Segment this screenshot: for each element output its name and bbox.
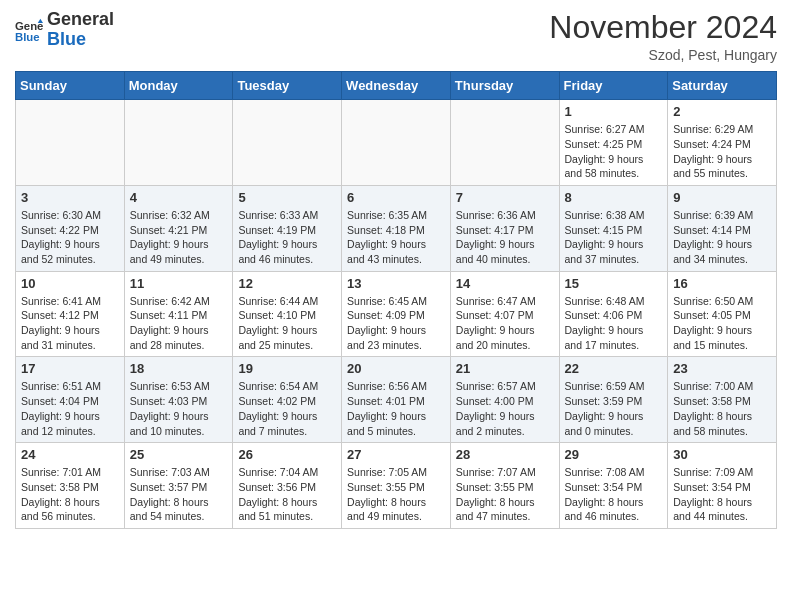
day-info: Sunrise: 6:51 AM Sunset: 4:04 PM Dayligh… (21, 379, 119, 438)
day-info: Sunrise: 6:42 AM Sunset: 4:11 PM Dayligh… (130, 294, 228, 353)
day-number: 2 (673, 104, 771, 119)
day-info: Sunrise: 6:53 AM Sunset: 4:03 PM Dayligh… (130, 379, 228, 438)
day-number: 8 (565, 190, 663, 205)
calendar-cell: 13Sunrise: 6:45 AM Sunset: 4:09 PM Dayli… (342, 271, 451, 357)
day-number: 29 (565, 447, 663, 462)
calendar-cell: 22Sunrise: 6:59 AM Sunset: 3:59 PM Dayli… (559, 357, 668, 443)
calendar-cell: 8Sunrise: 6:38 AM Sunset: 4:15 PM Daylig… (559, 185, 668, 271)
day-info: Sunrise: 6:44 AM Sunset: 4:10 PM Dayligh… (238, 294, 336, 353)
day-info: Sunrise: 6:39 AM Sunset: 4:14 PM Dayligh… (673, 208, 771, 267)
day-info: Sunrise: 6:54 AM Sunset: 4:02 PM Dayligh… (238, 379, 336, 438)
day-number: 28 (456, 447, 554, 462)
calendar-cell: 9Sunrise: 6:39 AM Sunset: 4:14 PM Daylig… (668, 185, 777, 271)
day-number: 7 (456, 190, 554, 205)
logo-text: General Blue (47, 10, 114, 50)
calendar-week: 17Sunrise: 6:51 AM Sunset: 4:04 PM Dayli… (16, 357, 777, 443)
day-info: Sunrise: 6:57 AM Sunset: 4:00 PM Dayligh… (456, 379, 554, 438)
calendar-cell: 29Sunrise: 7:08 AM Sunset: 3:54 PM Dayli… (559, 443, 668, 529)
day-number: 22 (565, 361, 663, 376)
calendar-cell: 1Sunrise: 6:27 AM Sunset: 4:25 PM Daylig… (559, 100, 668, 186)
day-info: Sunrise: 6:27 AM Sunset: 4:25 PM Dayligh… (565, 122, 663, 181)
day-info: Sunrise: 6:36 AM Sunset: 4:17 PM Dayligh… (456, 208, 554, 267)
header: General Blue General Blue November 2024 … (15, 10, 777, 63)
day-number: 16 (673, 276, 771, 291)
calendar-cell: 16Sunrise: 6:50 AM Sunset: 4:05 PM Dayli… (668, 271, 777, 357)
day-info: Sunrise: 6:29 AM Sunset: 4:24 PM Dayligh… (673, 122, 771, 181)
day-info: Sunrise: 6:47 AM Sunset: 4:07 PM Dayligh… (456, 294, 554, 353)
day-info: Sunrise: 6:45 AM Sunset: 4:09 PM Dayligh… (347, 294, 445, 353)
calendar-cell: 4Sunrise: 6:32 AM Sunset: 4:21 PM Daylig… (124, 185, 233, 271)
calendar-cell: 17Sunrise: 6:51 AM Sunset: 4:04 PM Dayli… (16, 357, 125, 443)
day-number: 1 (565, 104, 663, 119)
dow-header: Monday (124, 72, 233, 100)
calendar-cell: 24Sunrise: 7:01 AM Sunset: 3:58 PM Dayli… (16, 443, 125, 529)
day-info: Sunrise: 7:07 AM Sunset: 3:55 PM Dayligh… (456, 465, 554, 524)
logo-general: General (47, 9, 114, 29)
dow-header: Tuesday (233, 72, 342, 100)
day-number: 30 (673, 447, 771, 462)
day-number: 26 (238, 447, 336, 462)
day-info: Sunrise: 7:09 AM Sunset: 3:54 PM Dayligh… (673, 465, 771, 524)
day-number: 19 (238, 361, 336, 376)
day-info: Sunrise: 6:48 AM Sunset: 4:06 PM Dayligh… (565, 294, 663, 353)
day-number: 24 (21, 447, 119, 462)
calendar-cell: 2Sunrise: 6:29 AM Sunset: 4:24 PM Daylig… (668, 100, 777, 186)
day-number: 25 (130, 447, 228, 462)
calendar-cell: 26Sunrise: 7:04 AM Sunset: 3:56 PM Dayli… (233, 443, 342, 529)
day-info: Sunrise: 7:00 AM Sunset: 3:58 PM Dayligh… (673, 379, 771, 438)
calendar-cell: 18Sunrise: 6:53 AM Sunset: 4:03 PM Dayli… (124, 357, 233, 443)
calendar: SundayMondayTuesdayWednesdayThursdayFrid… (15, 71, 777, 529)
svg-text:Blue: Blue (15, 30, 40, 42)
title-block: November 2024 Szod, Pest, Hungary (549, 10, 777, 63)
day-info: Sunrise: 6:41 AM Sunset: 4:12 PM Dayligh… (21, 294, 119, 353)
dow-header: Wednesday (342, 72, 451, 100)
day-info: Sunrise: 7:08 AM Sunset: 3:54 PM Dayligh… (565, 465, 663, 524)
calendar-cell (450, 100, 559, 186)
calendar-week: 10Sunrise: 6:41 AM Sunset: 4:12 PM Dayli… (16, 271, 777, 357)
day-info: Sunrise: 7:05 AM Sunset: 3:55 PM Dayligh… (347, 465, 445, 524)
calendar-cell (124, 100, 233, 186)
day-number: 14 (456, 276, 554, 291)
day-number: 27 (347, 447, 445, 462)
calendar-week: 24Sunrise: 7:01 AM Sunset: 3:58 PM Dayli… (16, 443, 777, 529)
calendar-cell: 7Sunrise: 6:36 AM Sunset: 4:17 PM Daylig… (450, 185, 559, 271)
day-number: 17 (21, 361, 119, 376)
calendar-week: 1Sunrise: 6:27 AM Sunset: 4:25 PM Daylig… (16, 100, 777, 186)
dow-header: Friday (559, 72, 668, 100)
calendar-cell: 15Sunrise: 6:48 AM Sunset: 4:06 PM Dayli… (559, 271, 668, 357)
day-number: 18 (130, 361, 228, 376)
day-info: Sunrise: 7:03 AM Sunset: 3:57 PM Dayligh… (130, 465, 228, 524)
day-number: 23 (673, 361, 771, 376)
day-number: 9 (673, 190, 771, 205)
month-title: November 2024 (549, 10, 777, 45)
day-info: Sunrise: 6:50 AM Sunset: 4:05 PM Dayligh… (673, 294, 771, 353)
day-number: 12 (238, 276, 336, 291)
day-number: 13 (347, 276, 445, 291)
calendar-cell: 28Sunrise: 7:07 AM Sunset: 3:55 PM Dayli… (450, 443, 559, 529)
day-number: 5 (238, 190, 336, 205)
calendar-cell (233, 100, 342, 186)
calendar-cell: 11Sunrise: 6:42 AM Sunset: 4:11 PM Dayli… (124, 271, 233, 357)
calendar-cell: 6Sunrise: 6:35 AM Sunset: 4:18 PM Daylig… (342, 185, 451, 271)
day-number: 4 (130, 190, 228, 205)
calendar-cell: 5Sunrise: 6:33 AM Sunset: 4:19 PM Daylig… (233, 185, 342, 271)
day-number: 3 (21, 190, 119, 205)
day-info: Sunrise: 6:56 AM Sunset: 4:01 PM Dayligh… (347, 379, 445, 438)
calendar-cell: 3Sunrise: 6:30 AM Sunset: 4:22 PM Daylig… (16, 185, 125, 271)
logo-blue: Blue (47, 29, 86, 49)
calendar-cell (16, 100, 125, 186)
day-info: Sunrise: 7:01 AM Sunset: 3:58 PM Dayligh… (21, 465, 119, 524)
dow-header: Sunday (16, 72, 125, 100)
calendar-cell: 10Sunrise: 6:41 AM Sunset: 4:12 PM Dayli… (16, 271, 125, 357)
day-number: 21 (456, 361, 554, 376)
calendar-week: 3Sunrise: 6:30 AM Sunset: 4:22 PM Daylig… (16, 185, 777, 271)
day-info: Sunrise: 6:59 AM Sunset: 3:59 PM Dayligh… (565, 379, 663, 438)
calendar-cell: 30Sunrise: 7:09 AM Sunset: 3:54 PM Dayli… (668, 443, 777, 529)
calendar-cell: 27Sunrise: 7:05 AM Sunset: 3:55 PM Dayli… (342, 443, 451, 529)
day-info: Sunrise: 6:30 AM Sunset: 4:22 PM Dayligh… (21, 208, 119, 267)
calendar-cell: 20Sunrise: 6:56 AM Sunset: 4:01 PM Dayli… (342, 357, 451, 443)
day-info: Sunrise: 6:38 AM Sunset: 4:15 PM Dayligh… (565, 208, 663, 267)
calendar-cell: 12Sunrise: 6:44 AM Sunset: 4:10 PM Dayli… (233, 271, 342, 357)
day-info: Sunrise: 6:33 AM Sunset: 4:19 PM Dayligh… (238, 208, 336, 267)
logo: General Blue General Blue (15, 10, 114, 50)
